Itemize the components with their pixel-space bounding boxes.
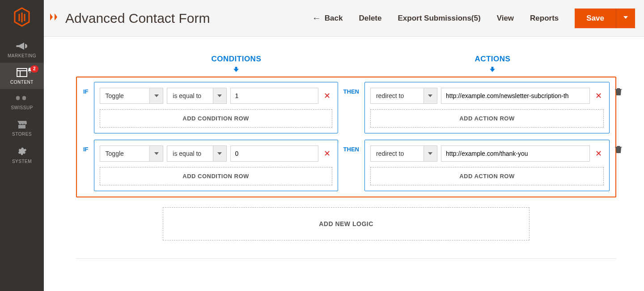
conditions-panel: Toggle is equal to ✕ ADD CONDITION ROW bbox=[94, 82, 338, 133]
page-header: Advanced Contact Form ← Back Delete Expo… bbox=[44, 0, 644, 37]
nav-label: SWISSUP bbox=[11, 105, 33, 110]
condition-value-input[interactable] bbox=[230, 146, 318, 162]
chevron-down-icon bbox=[213, 146, 226, 161]
condition-operator-select[interactable]: is equal to bbox=[167, 88, 226, 104]
condition-value-input[interactable] bbox=[230, 88, 318, 104]
actions-panel: redirect to ✕ ADD ACTION ROW bbox=[364, 140, 610, 191]
save-button[interactable]: Save bbox=[575, 9, 616, 28]
select-value: redirect to bbox=[371, 150, 424, 157]
magento-logo[interactable] bbox=[13, 7, 31, 28]
view-button[interactable]: View bbox=[497, 14, 514, 23]
megaphone-icon bbox=[16, 42, 28, 51]
nav-label: SYSTEM bbox=[12, 159, 32, 164]
notification-badge: 2 bbox=[30, 65, 38, 73]
back-button[interactable]: ← Back bbox=[312, 13, 343, 23]
svg-rect-0 bbox=[17, 68, 27, 77]
conditions-panel: Toggle is equal to ✕ ADD CONDITION ROW bbox=[94, 140, 338, 191]
select-value: Toggle bbox=[100, 150, 150, 157]
action-value-input[interactable] bbox=[441, 146, 590, 162]
arrow-left-icon: ← bbox=[312, 13, 321, 23]
actions-label: ACTIONS bbox=[475, 55, 510, 64]
arrow-down-icon bbox=[489, 66, 496, 74]
delete-button[interactable]: Delete bbox=[359, 14, 381, 23]
logic-row: IF Toggle is equal to ✕ bbox=[83, 82, 609, 133]
page-title: Advanced Contact Form bbox=[65, 11, 210, 26]
select-value: is equal to bbox=[167, 150, 212, 157]
action-value-input[interactable] bbox=[441, 88, 590, 104]
add-action-row-button[interactable]: ADD ACTION ROW bbox=[370, 109, 604, 128]
conditions-heading: CONDITIONS bbox=[104, 55, 369, 74]
nav-label: MARKETING bbox=[8, 53, 36, 58]
delete-logic-button[interactable] bbox=[615, 140, 622, 155]
back-label: Back bbox=[325, 14, 343, 23]
add-condition-row-button[interactable]: ADD CONDITION ROW bbox=[100, 167, 332, 185]
add-new-logic-button[interactable]: ADD NEW LOGIC bbox=[163, 207, 530, 240]
then-label: THEN bbox=[343, 140, 359, 153]
add-condition-row-button[interactable]: ADD CONDITION ROW bbox=[100, 109, 332, 128]
nav-content[interactable]: CONTENT 2 bbox=[0, 63, 44, 89]
reports-button[interactable]: Reports bbox=[530, 14, 559, 23]
action-type-select[interactable]: redirect to bbox=[370, 88, 437, 104]
action-type-select[interactable]: redirect to bbox=[370, 146, 437, 162]
export-submissions-button[interactable]: Export Submissions(5) bbox=[398, 14, 480, 23]
chevron-down-icon bbox=[213, 88, 226, 103]
nav-swissup[interactable]: SWISSUP bbox=[0, 89, 44, 115]
save-button-group: Save bbox=[575, 9, 635, 28]
admin-sidebar: MARKETING CONTENT 2 SWISSUP STORES SYSTE… bbox=[0, 0, 44, 286]
condition-operator-select[interactable]: is equal to bbox=[167, 146, 226, 162]
delete-logic-button[interactable] bbox=[615, 82, 622, 98]
condition-field-select[interactable]: Toggle bbox=[100, 146, 164, 162]
hexagons-icon bbox=[16, 94, 28, 103]
nav-marketing[interactable]: MARKETING bbox=[0, 36, 44, 63]
select-value: Toggle bbox=[100, 92, 150, 99]
storefront-icon bbox=[17, 120, 27, 130]
conditions-label: CONDITIONS bbox=[212, 55, 262, 64]
layout-icon bbox=[17, 68, 27, 78]
nav-label: CONTENT bbox=[10, 80, 34, 85]
chevron-down-icon bbox=[149, 88, 163, 103]
logic-rules-container: IF Toggle is equal to ✕ bbox=[76, 77, 616, 197]
if-label: IF bbox=[83, 140, 89, 153]
if-label: IF bbox=[83, 82, 89, 95]
logic-row: IF Toggle is equal to ✕ bbox=[83, 140, 609, 191]
remove-action-button[interactable]: ✕ bbox=[593, 150, 604, 158]
form-icon bbox=[48, 12, 61, 25]
chevron-down-icon bbox=[623, 15, 628, 21]
chevron-down-icon bbox=[424, 88, 437, 103]
select-value: is equal to bbox=[167, 92, 212, 99]
then-label: THEN bbox=[343, 82, 359, 95]
condition-field-select[interactable]: Toggle bbox=[100, 88, 164, 104]
actions-panel: redirect to ✕ ADD ACTION ROW bbox=[364, 82, 610, 133]
remove-condition-button[interactable]: ✕ bbox=[322, 150, 332, 158]
select-value: redirect to bbox=[371, 92, 424, 99]
arrow-down-icon bbox=[233, 66, 239, 74]
gear-icon bbox=[17, 146, 27, 157]
remove-action-button[interactable]: ✕ bbox=[593, 92, 604, 100]
chevron-down-icon bbox=[149, 146, 163, 161]
add-action-row-button[interactable]: ADD ACTION ROW bbox=[370, 167, 604, 185]
nav-stores[interactable]: STORES bbox=[0, 115, 44, 141]
save-dropdown-button[interactable] bbox=[616, 9, 635, 28]
remove-condition-button[interactable]: ✕ bbox=[322, 92, 332, 100]
nav-system[interactable]: SYSTEM bbox=[0, 141, 44, 168]
nav-label: STORES bbox=[12, 132, 32, 137]
section-divider bbox=[76, 258, 616, 259]
actions-heading: ACTIONS bbox=[369, 55, 616, 74]
chevron-down-icon bbox=[424, 146, 437, 161]
